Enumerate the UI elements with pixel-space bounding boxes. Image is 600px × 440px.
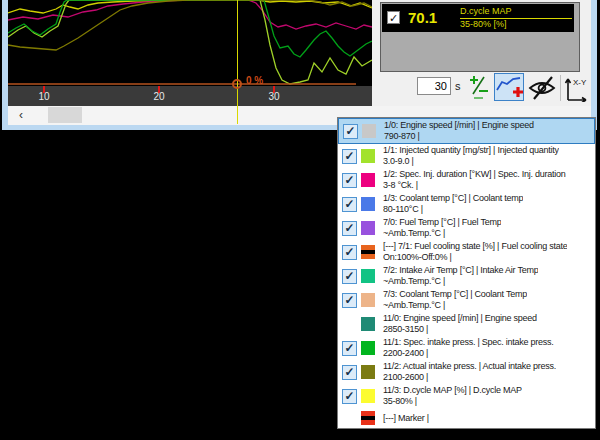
scrollbar-thumb[interactable]: [48, 107, 82, 123]
cursor-readout: 0 %: [246, 75, 263, 86]
channel-label: 7/2: Intake Air Temp [°C] | Intake Air T…: [383, 265, 538, 287]
channel-color-swatch: [361, 149, 375, 163]
dropdown-channel-item[interactable]: 11/0: Engine speed [/min] | Engine speed…: [338, 312, 595, 336]
channel-color-swatch: [361, 341, 375, 355]
channel-checkbox[interactable]: ✓: [342, 389, 357, 404]
channel-label: 1/2: Spec. Inj. duration [°KW] | Spec. I…: [383, 169, 566, 191]
channel-checkbox[interactable]: ✓: [342, 173, 357, 188]
channel-label: 11/0: Engine speed [/min] | Engine speed…: [383, 313, 537, 335]
channel-label: 7/0: Fuel Temp [°C] | Fuel Temp~Amb.Temp…: [383, 217, 501, 239]
channel-dropdown-list[interactable]: ✓1/0: Engine speed [/min] | Engine speed…: [337, 117, 596, 429]
channel-color-swatch: [361, 293, 375, 307]
channel-label: 1/3: Coolant temp [°C] | Coolant temp80-…: [383, 193, 523, 215]
time-window-input[interactable]: [417, 77, 451, 95]
channel-checkbox[interactable]: ✓: [342, 149, 357, 164]
scrollbar-left-arrow-icon[interactable]: ‹: [14, 108, 28, 122]
readout-value: 70.1: [408, 9, 437, 26]
dropdown-channel-item[interactable]: ✓[---] 7/1: Fuel cooling state [%] | Fue…: [338, 240, 595, 264]
channel-checkbox[interactable]: ✓: [342, 221, 357, 236]
readout-label: D.cycle MAP 35-80% [%]: [460, 6, 572, 30]
xy-mode-label: X-Y: [573, 78, 586, 87]
marker-point-icon: [232, 79, 242, 89]
axis-tick-label: 10: [38, 91, 49, 102]
dropdown-channel-item[interactable]: ✓1/3: Coolant temp [°C] | Coolant temp80…: [338, 192, 595, 216]
axis-tick-label: 20: [153, 91, 164, 102]
channel-checkbox[interactable]: ✓: [342, 197, 357, 212]
channel-label: 1/0: Engine speed [/min] | Engine speed7…: [384, 120, 534, 142]
dropdown-channel-item[interactable]: [---] Marker |: [338, 408, 595, 428]
channel-checkbox[interactable]: ✓: [343, 124, 358, 139]
series-injected-quantity: [8, 0, 372, 84]
chart-cursor-line[interactable]: [237, 0, 238, 124]
xy-mode-button[interactable]: X-Y: [564, 74, 590, 102]
dropdown-channel-item[interactable]: ✓7/2: Intake Air Temp [°C] | Intake Air …: [338, 264, 595, 288]
channel-color-swatch: [361, 389, 375, 403]
hide-curves-button[interactable]: [528, 74, 556, 101]
channel-label: 1/1: Injected quantity [mg/str] | Inject…: [383, 145, 559, 167]
series-spec-intake-press: [8, 0, 372, 57]
channel-checkbox[interactable]: ✓: [342, 365, 357, 380]
channel-color-swatch: [361, 269, 375, 283]
channel-label: [---] Marker |: [383, 413, 429, 424]
channel-color-swatch: [361, 173, 375, 187]
channel-checkbox[interactable]: ✓: [342, 245, 357, 260]
channel-color-swatch: [361, 221, 375, 235]
curve-display-button[interactable]: [494, 73, 524, 101]
dropdown-channel-item[interactable]: ✓1/2: Spec. Inj. duration [°KW] | Spec. …: [338, 168, 595, 192]
channel-color-swatch: [361, 197, 375, 211]
channel-readout-row[interactable]: ✓ 70.1 D.cycle MAP 35-80% [%]: [382, 4, 574, 32]
channel-label: [---] 7/1: Fuel cooling state [%] | Fuel…: [383, 241, 567, 263]
channel-checkbox[interactable]: ✓: [342, 293, 357, 308]
channel-label: 7/3: Coolant Temp [°C] | Coolant Temp~Am…: [383, 289, 527, 311]
channel-color-swatch: [361, 365, 375, 379]
channel-checkbox[interactable]: ✓: [342, 341, 357, 356]
dropdown-channel-item[interactable]: ✓1/1: Injected quantity [mg/str] | Injec…: [338, 144, 595, 168]
channel-color-swatch: [362, 124, 376, 138]
chart-series-canvas: [8, 0, 372, 86]
time-unit-label: s: [455, 80, 461, 92]
channel-color-swatch: [361, 317, 375, 331]
scale-plus-minus-icon[interactable]: [466, 74, 490, 100]
time-axis: 102030: [8, 86, 372, 106]
logging-window: 102030 0 % ‹ ✓ 70.1 D.cycle MAP 35-80% […: [2, 0, 597, 130]
dropdown-channel-item[interactable]: ✓1/0: Engine speed [/min] | Engine speed…: [338, 118, 595, 144]
channel-checkbox[interactable]: ✓: [342, 269, 357, 284]
channel-color-swatch: [361, 411, 375, 425]
channel-readout-box: ✓ 70.1 D.cycle MAP 35-80% [%]: [380, 2, 580, 72]
dropdown-channel-item[interactable]: ✓7/0: Fuel Temp [°C] | Fuel Temp~Amb.Tem…: [338, 216, 595, 240]
channel-label: 11/3: D.cycle MAP [%] | D.cycle MAP35-80…: [383, 385, 522, 407]
dropdown-channel-item[interactable]: ✓11/2: Actual intake press. | Actual int…: [338, 360, 595, 384]
axis-tick-label: 30: [268, 91, 279, 102]
channel-color-swatch: [361, 245, 375, 259]
chart-plot-area[interactable]: [8, 0, 372, 86]
channel-label: 11/1: Spec. intake press. | Spec. intake…: [383, 337, 554, 359]
eye-slash-icon: [528, 74, 556, 101]
dropdown-channel-item[interactable]: ✓11/1: Spec. intake press. | Spec. intak…: [338, 336, 595, 360]
toolbar-separator: [560, 75, 561, 101]
readout-checkbox[interactable]: ✓: [387, 11, 400, 24]
dropdown-channel-item[interactable]: ✓11/3: D.cycle MAP [%] | D.cycle MAP35-8…: [338, 384, 595, 408]
channel-label: 11/2: Actual intake press. | Actual inta…: [383, 361, 556, 383]
dropdown-channel-item[interactable]: ✓7/3: Coolant Temp [°C] | Coolant Temp~A…: [338, 288, 595, 312]
curve-icon: [495, 74, 523, 100]
